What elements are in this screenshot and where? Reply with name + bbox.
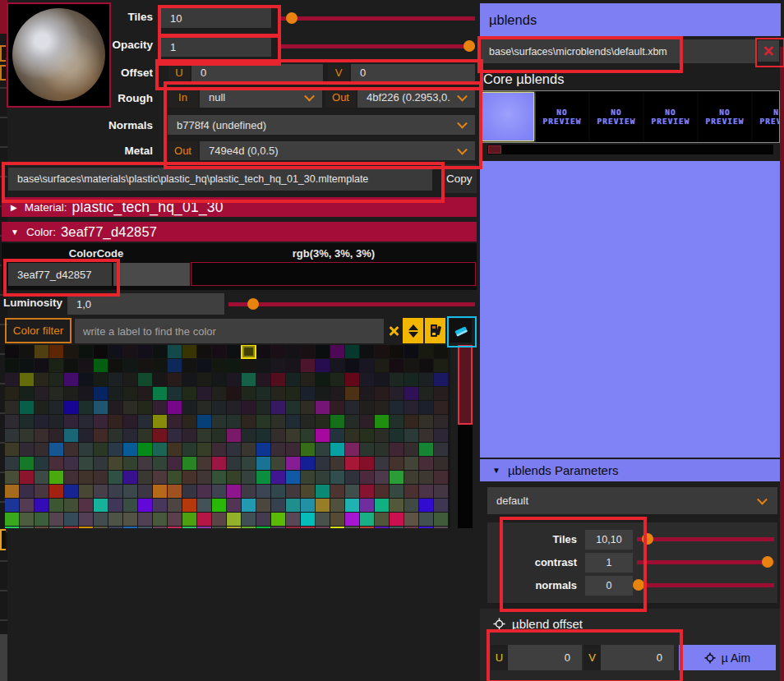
palette-swatch[interactable] [419, 499, 433, 512]
palette-swatch[interactable] [20, 513, 34, 526]
palette-swatch[interactable] [390, 415, 404, 428]
palette-swatch[interactable] [20, 359, 34, 372]
palette-swatch[interactable] [345, 457, 359, 470]
palette-swatch[interactable] [138, 359, 152, 372]
palette-swatch[interactable] [123, 527, 137, 528]
palette-swatch[interactable] [360, 457, 374, 470]
palette-swatch[interactable] [49, 457, 63, 470]
palette-swatch[interactable] [153, 443, 167, 456]
microblend-thumbnail[interactable]: NO PREVIEW [644, 92, 697, 141]
palette-swatch[interactable] [390, 373, 404, 386]
palette-swatch[interactable] [404, 401, 418, 414]
palette-swatch[interactable] [316, 401, 330, 414]
palette-swatch[interactable] [79, 359, 93, 372]
palette-swatch[interactable] [35, 513, 48, 526]
palette-swatch[interactable] [197, 387, 211, 400]
palette-swatch[interactable] [49, 499, 63, 512]
palette-swatch[interactable] [94, 457, 108, 470]
right-panel-scrollbar[interactable] [780, 47, 784, 681]
palette-swatch[interactable] [360, 401, 374, 414]
palette-swatch[interactable] [64, 485, 78, 498]
palette-swatch[interactable] [404, 345, 418, 358]
palette-swatch[interactable] [316, 415, 330, 428]
palette-swatch[interactable] [94, 345, 108, 358]
palette-swatch[interactable] [375, 345, 389, 358]
palette-swatch[interactable] [94, 513, 108, 526]
palette-swatch[interactable] [123, 359, 137, 372]
palette-swatch[interactable] [123, 345, 137, 358]
palette-swatch[interactable] [153, 373, 167, 386]
palette-swatch[interactable] [123, 499, 137, 512]
palette-swatch[interactable] [360, 359, 374, 372]
palette-swatch[interactable] [108, 471, 122, 484]
palette-swatch[interactable] [345, 499, 359, 512]
palette-swatch[interactable] [375, 359, 389, 372]
palette-swatch[interactable] [153, 415, 167, 428]
palette-swatch[interactable] [330, 443, 344, 456]
palette-swatch[interactable] [138, 513, 152, 526]
palette-swatch[interactable] [271, 499, 285, 512]
palette-swatch[interactable] [49, 429, 63, 442]
palette-swatch[interactable] [271, 401, 285, 414]
palette-swatch[interactable] [168, 527, 182, 528]
palette-swatch[interactable] [5, 345, 19, 358]
colorcode-input[interactable]: 3eaf77_d42857 [8, 263, 112, 286]
palette-swatch[interactable] [345, 527, 359, 528]
palette-scrollbar-thumb[interactable] [458, 345, 473, 425]
palette-swatch[interactable] [375, 401, 389, 414]
palette-swatch[interactable] [197, 415, 211, 428]
palette-swatch[interactable] [64, 499, 78, 512]
palette-swatch[interactable] [20, 527, 34, 528]
param-contrast-slider[interactable] [637, 560, 774, 564]
palette-swatch[interactable] [375, 471, 389, 484]
palette-swatch[interactable] [345, 373, 359, 386]
palette-swatch[interactable] [286, 457, 300, 470]
palette-swatch[interactable] [316, 429, 330, 442]
palette-swatch[interactable] [360, 513, 374, 526]
palette-swatch[interactable] [79, 401, 93, 414]
palette-swatch[interactable] [227, 513, 241, 526]
palette-swatch[interactable] [138, 471, 152, 484]
palette-swatch[interactable] [404, 513, 418, 526]
normals-dropdown[interactable]: b778f4 (undefined) [168, 115, 475, 135]
palette-swatch[interactable] [390, 457, 404, 470]
palette-swatch[interactable] [330, 345, 344, 358]
palette-swatch[interactable] [79, 387, 93, 400]
palette-swatch[interactable] [375, 443, 389, 456]
palette-swatch[interactable] [271, 457, 285, 470]
palette-swatch[interactable] [49, 471, 63, 484]
palette-swatch[interactable] [79, 527, 93, 528]
palette-swatch[interactable] [271, 429, 285, 442]
palette-swatch[interactable] [434, 415, 448, 428]
palette-swatch[interactable] [375, 457, 389, 470]
eraser-button[interactable] [450, 319, 472, 343]
palette-swatch[interactable] [49, 443, 63, 456]
palette-swatch[interactable] [35, 345, 48, 358]
tiles-input[interactable]: 10 [161, 8, 271, 28]
palette-swatch[interactable] [227, 485, 241, 498]
palette-swatch[interactable] [212, 485, 226, 498]
palette-swatch[interactable] [168, 457, 182, 470]
palette-swatch[interactable] [360, 485, 374, 498]
palette-swatch[interactable] [168, 415, 182, 428]
palette-swatch[interactable] [79, 457, 93, 470]
palette-swatch[interactable] [390, 401, 404, 414]
palette-swatch[interactable] [212, 359, 226, 372]
rough-in-dropdown[interactable]: null [200, 87, 322, 108]
palette-view-button[interactable] [425, 318, 445, 343]
palette-swatch[interactable] [242, 443, 256, 456]
palette-swatch[interactable] [138, 345, 152, 358]
param-normals-slider[interactable] [637, 583, 774, 587]
palette-swatch[interactable] [138, 373, 152, 386]
palette-swatch[interactable] [123, 443, 137, 456]
palette-swatch[interactable] [227, 471, 241, 484]
palette-swatch[interactable] [182, 429, 196, 442]
palette-swatch[interactable] [345, 387, 359, 400]
palette-swatch[interactable] [271, 485, 285, 498]
palette-swatch[interactable] [316, 485, 330, 498]
palette-swatch[interactable] [271, 471, 285, 484]
material-section-header[interactable]: ▶ Material: plastic_tech_hq_01_30 [2, 197, 477, 217]
palette-swatch[interactable] [108, 387, 122, 400]
palette-swatch[interactable] [153, 387, 167, 400]
palette-swatch[interactable] [419, 443, 433, 456]
